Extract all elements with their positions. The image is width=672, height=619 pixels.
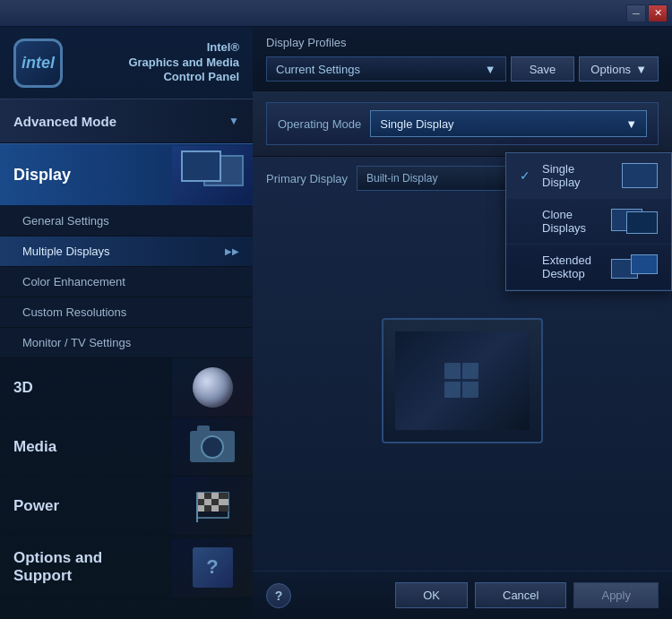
dropdown-label-extended: Extended Desktop bbox=[542, 254, 602, 280]
main-content: Display Profiles Current Settings ▼ Save… bbox=[253, 27, 672, 619]
operating-mode-dropdown: ✓ Single Display Clone Displays Extended… bbox=[505, 152, 672, 291]
submenu-item-monitor-tv[interactable]: Monitor / TV Settings bbox=[0, 328, 253, 358]
profiles-controls: Current Settings ▼ Save Options ▼ bbox=[266, 56, 659, 82]
submenu-label-multiple-displays: Multiple Displays bbox=[22, 245, 110, 258]
current-settings-chevron-icon: ▼ bbox=[485, 63, 496, 76]
check-icon: ✓ bbox=[520, 168, 533, 183]
display-submenu: General Settings Multiple Displays ▶▶ Co… bbox=[0, 206, 253, 358]
svg-rect-9 bbox=[197, 505, 204, 512]
bottom-bar: ? OK Cancel Apply bbox=[253, 571, 672, 619]
help-button[interactable]: ? bbox=[266, 583, 291, 608]
save-button[interactable]: Save bbox=[511, 56, 575, 82]
dropdown-label-single: Single Display bbox=[542, 162, 613, 189]
close-button[interactable]: ✕ bbox=[648, 4, 668, 22]
operating-mode-chevron-icon: ▼ bbox=[625, 117, 637, 131]
op-mode-row: Operating Mode Single Display ▼ bbox=[266, 102, 659, 145]
extended-display-icon bbox=[611, 254, 658, 279]
options-chevron-icon: ▼ bbox=[635, 63, 647, 76]
advanced-mode-chevron-icon: ▼ bbox=[228, 115, 239, 127]
intel-logo: intel bbox=[13, 39, 63, 88]
category-item-media[interactable]: Media bbox=[0, 417, 253, 477]
submenu-item-multiple-displays[interactable]: Multiple Displays ▶▶ bbox=[0, 236, 253, 267]
svg-rect-1 bbox=[197, 493, 204, 499]
svg-rect-2 bbox=[204, 493, 211, 499]
question-icon: ? bbox=[193, 547, 233, 588]
sphere-icon bbox=[193, 367, 233, 408]
current-settings-select[interactable]: Current Settings ▼ bbox=[266, 56, 506, 82]
options-label: Options bbox=[590, 63, 631, 76]
monitor-front bbox=[181, 150, 221, 182]
advanced-mode-label: Advanced Mode bbox=[13, 114, 116, 129]
category-image-3d bbox=[172, 358, 253, 417]
dropdown-label-clone: Clone Displays bbox=[542, 208, 602, 235]
svg-rect-7 bbox=[211, 499, 219, 505]
submenu-label-color-enhancement: Color Enhancement bbox=[22, 275, 125, 288]
cancel-button[interactable]: Cancel bbox=[475, 582, 566, 608]
camera-icon bbox=[190, 431, 235, 462]
display-section[interactable]: Display bbox=[0, 143, 253, 206]
category-label-media: Media bbox=[0, 425, 172, 469]
apply-button[interactable]: Apply bbox=[573, 582, 659, 608]
monitor-icon bbox=[181, 150, 244, 200]
built-in-display-value: Built-in Display bbox=[366, 172, 437, 185]
category-image-options: ? bbox=[172, 538, 253, 597]
operating-mode-select[interactable]: Single Display ▼ bbox=[370, 110, 647, 137]
app-title: Intel® Graphics and Media Control Panel bbox=[72, 40, 239, 86]
svg-rect-3 bbox=[211, 493, 219, 499]
submenu-label-custom-resolutions: Custom Resolutions bbox=[22, 305, 126, 319]
ok-button[interactable]: OK bbox=[395, 582, 468, 608]
category-label-options: Options and Support bbox=[0, 536, 172, 598]
submenu-item-general-settings[interactable]: General Settings bbox=[0, 206, 253, 236]
operating-mode-label: Operating Mode bbox=[278, 117, 361, 131]
current-settings-label: Current Settings bbox=[276, 63, 360, 76]
category-item-3d[interactable]: 3D bbox=[0, 358, 253, 417]
category-image-power bbox=[172, 477, 253, 535]
profiles-bar: Display Profiles Current Settings ▼ Save… bbox=[253, 27, 672, 91]
category-item-options[interactable]: Options and Support ? bbox=[0, 536, 253, 599]
category-label-3d: 3D bbox=[0, 365, 172, 410]
power-flag-icon bbox=[193, 488, 233, 524]
bottom-buttons: OK Cancel Apply bbox=[395, 582, 659, 608]
profiles-title: Display Profiles bbox=[266, 36, 659, 49]
submenu-label-general-settings: General Settings bbox=[22, 214, 109, 228]
submenu-label-monitor-tv: Monitor / TV Settings bbox=[22, 336, 131, 349]
title-bar: ─ ✕ bbox=[0, 0, 672, 27]
single-display-icon bbox=[622, 163, 658, 188]
svg-rect-8 bbox=[219, 499, 228, 505]
display-label: Display bbox=[0, 152, 172, 198]
svg-rect-10 bbox=[204, 505, 211, 512]
primary-display-label: Primary Display bbox=[266, 172, 348, 185]
advanced-mode-bar[interactable]: Advanced Mode ▼ bbox=[0, 99, 253, 143]
options-button[interactable]: Options ▼ bbox=[579, 56, 659, 82]
svg-rect-5 bbox=[197, 499, 204, 505]
operating-mode-value: Single Display bbox=[380, 117, 453, 131]
dropdown-item-extended[interactable]: Extended Desktop bbox=[506, 245, 671, 290]
logo-area: intel Intel® Graphics and Media Control … bbox=[0, 27, 253, 99]
svg-rect-4 bbox=[219, 493, 228, 499]
windows-logo-icon bbox=[444, 363, 480, 399]
minimize-button[interactable]: ─ bbox=[626, 4, 646, 22]
multiple-displays-arrow-icon: ▶▶ bbox=[225, 246, 239, 256]
monitor-screen bbox=[395, 331, 530, 430]
svg-rect-11 bbox=[211, 505, 219, 512]
monitor-frame bbox=[382, 318, 543, 443]
clone-display-icon bbox=[611, 209, 658, 234]
sidebar: intel Intel® Graphics and Media Control … bbox=[0, 27, 253, 619]
category-item-power[interactable]: Power bbox=[0, 477, 253, 536]
category-image-media bbox=[172, 417, 253, 476]
submenu-item-custom-resolutions[interactable]: Custom Resolutions bbox=[0, 297, 253, 328]
svg-rect-6 bbox=[204, 499, 211, 505]
dropdown-item-clone[interactable]: Clone Displays bbox=[506, 199, 671, 245]
display-image bbox=[172, 146, 253, 204]
submenu-item-color-enhancement[interactable]: Color Enhancement bbox=[0, 267, 253, 297]
category-label-power: Power bbox=[0, 484, 172, 529]
dropdown-item-single-display[interactable]: ✓ Single Display bbox=[506, 153, 671, 199]
operating-mode-section: Operating Mode Single Display ▼ bbox=[253, 91, 672, 157]
svg-rect-12 bbox=[219, 505, 228, 512]
